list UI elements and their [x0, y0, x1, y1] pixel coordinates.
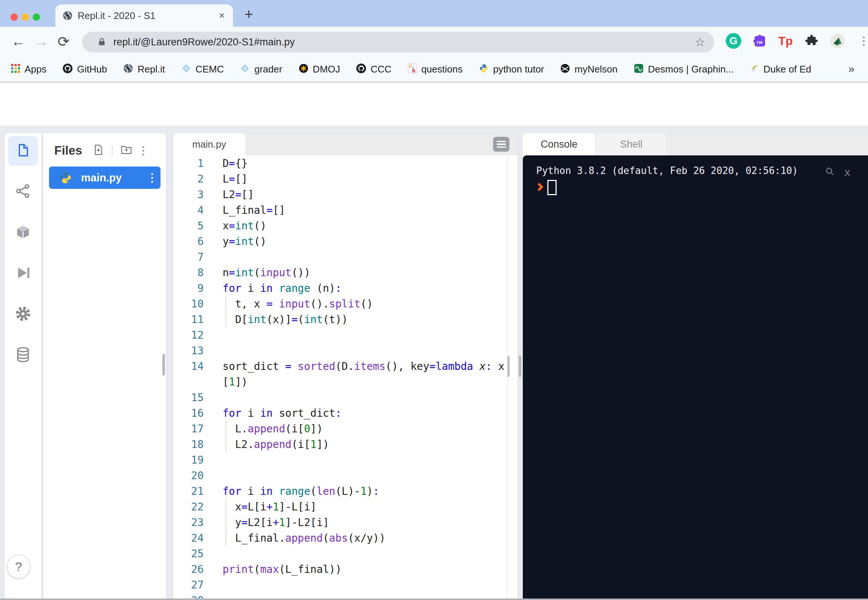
pane-resize-handle-left[interactable] — [162, 354, 165, 376]
code-line[interactable]: 9for i in range (n): — [173, 280, 517, 296]
bookmark-ccc[interactable]: CCC — [356, 64, 391, 75]
code-line[interactable]: [1]) — [173, 374, 517, 389]
rail-files-icon[interactable] — [8, 136, 38, 166]
code-text: L_final=[] — [222, 204, 285, 217]
line-number: 20 — [173, 470, 204, 482]
code-line[interactable]: 2L=[] — [173, 171, 517, 186]
code-line[interactable]: 1D={} — [173, 155, 517, 171]
code-text: L2=[] — [222, 188, 254, 201]
bookmark-cemc[interactable]: CEMC — [181, 64, 224, 75]
code-line[interactable]: 22 x=L[i+1]-L[i] — [173, 499, 517, 515]
readwrite-extension-icon[interactable]: rw — [751, 32, 768, 50]
minimize-window-button[interactable] — [21, 14, 29, 21]
browser-menu-icon[interactable] — [854, 32, 868, 50]
code-line[interactable]: 5x=int() — [173, 218, 517, 233]
code-line[interactable]: 26print(max(L_final)) — [173, 561, 517, 577]
rail-database-icon[interactable] — [8, 341, 38, 370]
new-tab-button[interactable]: + — [245, 6, 253, 23]
file-name: main.py — [81, 172, 122, 184]
lock-icon — [97, 37, 107, 47]
bookmark-repl-it[interactable]: Repl.it — [123, 64, 165, 75]
console-close-icon[interactable]: x — [845, 166, 850, 179]
forward-icon[interactable]: → — [34, 33, 48, 50]
code-line[interactable]: 25 — [173, 546, 517, 561]
browser-tab[interactable]: Repl.it - 2020 - S1 × — [55, 5, 233, 27]
help-button[interactable]: ? — [7, 555, 30, 579]
bookmark-questions[interactable]: PyNquestions — [408, 64, 463, 75]
url-text: repl.it/@Lauren9Rowe/2020-S1#main.py — [113, 36, 295, 48]
zoom-window-button[interactable] — [33, 14, 40, 21]
console-tab-shell[interactable]: Shell — [596, 133, 666, 155]
code-line[interactable]: 23 y=L2[i+1]-L2[i] — [173, 515, 517, 530]
editor-layout-icon[interactable] — [493, 137, 510, 152]
address-bar[interactable]: repl.it/@Lauren9Rowe/2020-S1#main.py ☆ — [82, 32, 714, 52]
editor-panel: main.py 1D={}2L=[]3L2=[]4L_final=[]5x=in… — [173, 133, 517, 600]
diamond-icon — [181, 64, 191, 75]
code-area[interactable]: 1D={}2L=[]3L2=[]4L_final=[]5x=int()6y=in… — [173, 155, 517, 600]
line-number: 7 — [173, 251, 204, 263]
extensions-puzzle-icon[interactable] — [803, 32, 820, 50]
replit-favicon — [63, 11, 73, 20]
code-line[interactable]: 11 D[int(x)]=(int(t)) — [173, 312, 517, 327]
code-line[interactable]: 8n=int(input()) — [173, 265, 517, 280]
code-line[interactable]: 15 — [173, 389, 517, 405]
bookmark-desmos-graphin-[interactable]: Desmos | Graphin... — [634, 64, 734, 75]
code-text: x=int() — [222, 220, 266, 232]
bookmark-duke-of-ed[interactable]: Duke of Ed — [750, 64, 812, 75]
add-file-icon[interactable] — [92, 144, 104, 158]
code-line[interactable]: 6y=int() — [173, 233, 517, 249]
dmoj-icon — [299, 64, 308, 75]
tophat-extension-icon[interactable]: Tp — [777, 32, 794, 50]
prompt-chevron-icon — [537, 182, 544, 194]
code-line[interactable]: 4L_final=[] — [173, 202, 517, 218]
bookmark-star-icon[interactable]: ☆ — [694, 35, 705, 49]
code-line[interactable]: 20 — [173, 468, 517, 483]
code-line[interactable]: 24 L_final.append(abs(x/y)) — [173, 530, 517, 546]
code-line[interactable]: 18 L2.append(i[1]) — [173, 436, 517, 452]
code-line[interactable]: 27 — [173, 577, 517, 592]
line-number: 6 — [173, 235, 204, 248]
bookmark-grader[interactable]: grader — [240, 64, 282, 75]
code-line[interactable]: 17 L.append(i[0]) — [173, 421, 517, 436]
pane-resize-handle-right[interactable] — [519, 355, 521, 377]
close-window-button[interactable] — [11, 14, 18, 21]
code-line[interactable]: 16for i in sort_dict: — [173, 405, 517, 421]
console-output[interactable]: Python 3.8.2 (default, Feb 26 2020, 02:5… — [523, 155, 868, 600]
code-line[interactable]: 21for i in range(len(L)-1): — [173, 483, 517, 499]
bookmark-apps[interactable]: Apps — [11, 64, 47, 75]
reload-icon[interactable]: ⟳ — [57, 33, 70, 50]
console-cursor[interactable] — [547, 180, 556, 195]
code-line[interactable]: 19 — [173, 452, 517, 468]
files-menu-icon[interactable] — [142, 146, 144, 155]
add-folder-icon[interactable] — [120, 144, 133, 157]
grammarly-extension-icon[interactable]: G — [724, 32, 742, 50]
svg-text:P: P — [409, 64, 412, 69]
code-line[interactable]: 7 — [173, 249, 517, 265]
bookmark-mynelson[interactable]: myNelson — [560, 64, 618, 75]
line-number: 11 — [173, 314, 204, 326]
rail-run-tests-icon[interactable] — [8, 259, 38, 288]
editor-tab-mainpy[interactable]: main.py — [173, 133, 245, 155]
code-line[interactable]: 13 — [173, 343, 517, 358]
code-line[interactable]: 14sort_dict = sorted(D.items(), key=lamb… — [173, 358, 517, 374]
code-line[interactable]: 3L2=[] — [173, 186, 517, 202]
rail-packages-icon[interactable] — [8, 218, 38, 248]
back-icon[interactable]: ← — [11, 33, 25, 50]
bookmark-github[interactable]: GitHub — [63, 64, 107, 75]
rail-version-control-icon[interactable] — [8, 177, 38, 207]
console-search-icon[interactable] — [824, 166, 835, 178]
bookmark-python-tutor[interactable]: python tutor — [479, 64, 544, 75]
file-item-mainpy[interactable]: main.py — [49, 167, 160, 189]
rail-settings-icon[interactable] — [8, 300, 38, 329]
profile-avatar[interactable] — [829, 32, 847, 50]
code-line[interactable]: 10 t, x = input().split() — [173, 296, 517, 312]
editor-scrollbar-thumb[interactable] — [507, 356, 510, 377]
bookmarks-overflow-icon[interactable]: » — [848, 62, 854, 75]
bookmark-dmoj[interactable]: DMOJ — [299, 64, 340, 75]
file-menu-icon[interactable] — [151, 173, 153, 183]
code-line[interactable]: 12 — [173, 327, 517, 343]
editor-scrollbar-track — [507, 155, 508, 600]
close-tab-icon[interactable]: × — [219, 10, 225, 21]
console-tab-console[interactable]: Console — [523, 133, 595, 155]
run-tests-icon — [16, 265, 30, 282]
